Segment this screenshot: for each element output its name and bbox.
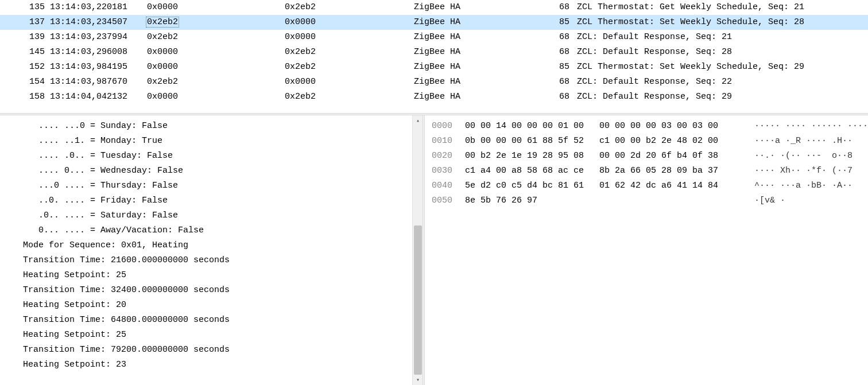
col-time: 13:14:03,984195: [50, 60, 142, 75]
detail-line: Transition Time: 21600.000000000 seconds: [23, 253, 423, 268]
detail-text: .... ..1. = Monday: True: [23, 136, 162, 146]
detail-text: .0.. .... = Saturday: False: [23, 211, 178, 220]
col-time: 13:14:03,237994: [50, 30, 142, 45]
col-proto: ZigBee HA: [414, 90, 549, 104]
col-len: 68: [549, 75, 569, 90]
hex-offset: 0000: [425, 119, 465, 134]
detail-text: ..0. .... = Friday: False: [23, 196, 168, 205]
detail-line: .... 0... = Wednesday: False: [23, 164, 423, 178]
packet-list[interactable]: 135 13:14:03,220181 0x00000x2eb2ZigBee H…: [0, 0, 868, 113]
hex-bytes: 8e 5b 76 26 97: [465, 193, 754, 208]
packet-bytes-pane[interactable]: 000000 00 14 00 00 00 01 00 00 00 00 00 …: [425, 115, 868, 385]
col-no: 145: [22, 45, 45, 60]
detail-line: .... ...0 = Sunday: False: [23, 119, 423, 134]
col-info: ZCL Thermostat: Get Weekly Schedule, Seq…: [575, 0, 868, 15]
col-proto: ZigBee HA: [414, 0, 549, 15]
col-src: 0x0000: [147, 45, 285, 60]
col-time: 13:14:03,234507: [50, 15, 142, 30]
col-no: 154: [22, 75, 45, 90]
col-time: 13:14:03,987670: [50, 75, 142, 90]
col-info: ZCL: Default Response, Seq: 29: [575, 90, 868, 104]
col-no: 158: [22, 90, 45, 104]
hex-ascii: ····· ···· ······ ····: [754, 119, 868, 134]
hex-ascii: ···· Xh·· ·*f· (··7: [754, 164, 868, 178]
col-src: 0x2eb2: [147, 15, 285, 30]
detail-text: .... .0.. = Tuesday: False: [23, 151, 173, 161]
detail-line: ..0. .... = Friday: False: [23, 193, 423, 208]
packet-row[interactable]: 158 13:14:04,042132 0x00000x2eb2ZigBee H…: [0, 90, 868, 104]
hex-offset: 0050: [425, 193, 465, 208]
detail-expandable-line[interactable]: ›Mode for Sequence: 0x01, Heating: [23, 238, 423, 253]
col-info: ZCL: Default Response, Seq: 22: [575, 75, 868, 90]
detail-text: 0... .... = Away/Vacation: False: [23, 225, 204, 235]
col-time: 13:14:04,042132: [50, 90, 142, 104]
col-info: ZCL: Default Response, Seq: 28: [575, 45, 868, 60]
hex-row[interactable]: 0030c1 a4 00 a8 58 68 ac ce 8b 2a 66 05 …: [425, 164, 868, 178]
col-info: ZCL: Default Response, Seq: 21: [575, 30, 868, 45]
detail-text: Transition Time: 79200.000000000 seconds: [23, 345, 230, 355]
col-proto: ZigBee HA: [414, 45, 549, 60]
detail-line: Transition Time: 64800.000000000 seconds: [23, 313, 423, 328]
hex-ascii: ·[v& ·: [754, 193, 868, 208]
col-proto: ZigBee HA: [414, 60, 549, 75]
col-src: 0x2eb2: [147, 75, 285, 90]
col-no: 135: [22, 0, 45, 15]
hex-row[interactable]: 00100b 00 00 00 61 88 5f 52 c1 00 00 b2 …: [425, 134, 868, 149]
hex-ascii: ^··· ···a ·bB· ·A··: [754, 178, 868, 193]
packet-row[interactable]: 139 13:14:03,237994 0x2eb20x0000ZigBee H…: [0, 30, 868, 45]
col-info: ZCL Thermostat: Set Weekly Schedule, Seq…: [575, 15, 868, 30]
hex-row[interactable]: 002000 b2 2e 1e 19 28 95 08 00 00 2d 20 …: [425, 149, 868, 164]
detail-text: Mode for Sequence: 0x01, Heating: [23, 240, 188, 250]
hex-bytes: 00 b2 2e 1e 19 28 95 08 00 00 2d 20 6f b…: [465, 149, 754, 164]
col-src: 0x2eb2: [147, 30, 285, 45]
packet-details-pane[interactable]: .... ...0 = Sunday: False .... ..1. = Mo…: [0, 115, 423, 385]
col-no: 152: [22, 60, 45, 75]
packet-row[interactable]: 135 13:14:03,220181 0x00000x2eb2ZigBee H…: [0, 0, 868, 15]
col-no: 137: [22, 15, 45, 30]
hex-row[interactable]: 00508e 5b 76 26 97·[v& ·: [425, 193, 868, 208]
hex-offset: 0010: [425, 134, 465, 149]
details-vertical-scrollbar[interactable]: ▴ ▾: [412, 115, 423, 385]
scroll-up-icon[interactable]: ▴: [413, 115, 423, 126]
hex-row[interactable]: 000000 00 14 00 00 00 01 00 00 00 00 00 …: [425, 119, 868, 134]
col-proto: ZigBee HA: [414, 15, 549, 30]
col-len: 85: [549, 60, 569, 75]
col-dst: 0x2eb2: [285, 0, 414, 15]
hex-ascii: ····a ·_R ···· .H··: [754, 134, 868, 149]
hex-offset: 0030: [425, 164, 465, 178]
hex-offset: 0040: [425, 178, 465, 193]
col-no: 139: [22, 30, 45, 45]
hex-bytes: 00 00 14 00 00 00 01 00 00 00 00 00 03 0…: [465, 119, 754, 134]
col-len: 85: [549, 15, 569, 30]
detail-text: Heating Setpoint: 20: [23, 300, 126, 310]
detail-text: Transition Time: 21600.000000000 seconds: [23, 255, 230, 265]
hex-bytes: 5e d2 c0 c5 d4 bc 81 61 01 62 42 dc a6 4…: [465, 178, 754, 193]
detail-text: ...0 .... = Thursday: False: [23, 181, 178, 190]
col-len: 68: [549, 90, 569, 104]
hex-bytes: c1 a4 00 a8 58 68 ac ce 8b 2a 66 05 28 0…: [465, 164, 754, 178]
col-proto: ZigBee HA: [414, 30, 549, 45]
detail-line: Heating Setpoint: 25: [23, 328, 423, 343]
hex-bytes: 0b 00 00 00 61 88 5f 52 c1 00 00 b2 2e 4…: [465, 134, 754, 149]
scroll-thumb[interactable]: [414, 225, 422, 375]
detail-line: Transition Time: 79200.000000000 seconds: [23, 343, 423, 357]
packet-row[interactable]: 154 13:14:03,987670 0x2eb20x0000ZigBee H…: [0, 75, 868, 90]
hex-row[interactable]: 00405e d2 c0 c5 d4 bc 81 61 01 62 42 dc …: [425, 178, 868, 193]
detail-line: .... .0.. = Tuesday: False: [23, 149, 423, 164]
packet-row[interactable]: 137 13:14:03,234507 0x2eb20x0000ZigBee H…: [0, 15, 868, 30]
expand-icon[interactable]: ›: [32, 238, 40, 253]
packet-row[interactable]: 145 13:14:03,296008 0x00000x2eb2ZigBee H…: [0, 45, 868, 60]
scroll-down-icon[interactable]: ▾: [413, 375, 423, 385]
col-dst: 0x0000: [285, 15, 414, 30]
col-dst: 0x0000: [285, 30, 414, 45]
detail-text: Heating Setpoint: 25: [23, 330, 126, 340]
col-len: 68: [549, 30, 569, 45]
col-time: 13:14:03,296008: [50, 45, 142, 60]
col-info: ZCL Thermostat: Set Weekly Schedule, Seq…: [575, 60, 868, 75]
detail-line: 0... .... = Away/Vacation: False: [23, 223, 423, 238]
packet-row[interactable]: 152 13:14:03,984195 0x00000x2eb2ZigBee H…: [0, 60, 868, 75]
detail-text: .... ...0 = Sunday: False: [23, 121, 168, 131]
col-dst: 0x2eb2: [285, 90, 414, 104]
detail-line: Heating Setpoint: 20: [23, 298, 423, 313]
col-dst: 0x2eb2: [285, 45, 414, 60]
